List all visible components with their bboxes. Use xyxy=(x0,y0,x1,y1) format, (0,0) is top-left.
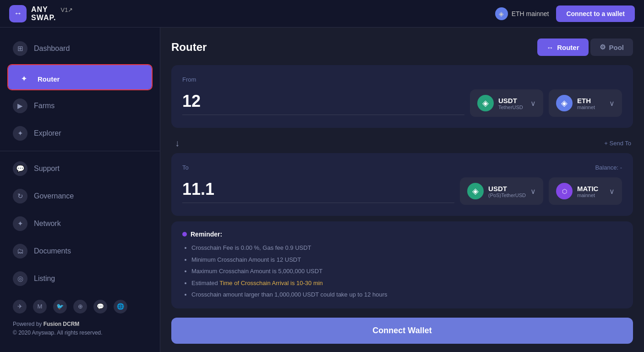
reminder-list: Crosschain Fee is 0.00 %, Gas fee 0.9 US… xyxy=(182,243,622,299)
reminder-card: Reminder: Crosschain Fee is 0.00 %, Gas … xyxy=(171,221,633,308)
farms-icon: ▶ xyxy=(13,99,27,113)
social-icons: ✈ M 🐦 ⊕ 💬 🌐 xyxy=(13,300,147,314)
tab-pool-label: Pool xyxy=(609,44,624,51)
network-label: ETH mainnet xyxy=(512,10,549,17)
to-row: ◈ USDT (PoS)TetherUSD ∨ ⬡ MATIC mainnet … xyxy=(182,177,622,205)
sidebar-item-governance[interactable]: ↻ Governance xyxy=(0,182,160,210)
support-icon: 💬 xyxy=(13,161,27,176)
sidebar-item-explorer[interactable]: ✦ Explorer xyxy=(0,120,160,147)
reminder-item-1: Minimum Crosschain Amount is 12 USDT xyxy=(191,255,622,264)
dashboard-icon: ⊞ xyxy=(13,41,27,56)
logo: ↔ ANY SWAP. V1↗ xyxy=(9,5,73,22)
from-amount-input[interactable] xyxy=(182,92,464,115)
medium-icon[interactable]: M xyxy=(33,300,47,314)
main-layout: ⊞ Dashboard ✦ Router ◎ Bridge ▶ Farms ✦ … xyxy=(0,28,644,352)
explorer-icon: ✦ xyxy=(13,126,27,141)
connect-wallet-button[interactable]: Connect Wallet xyxy=(171,318,633,344)
sidebar-support-label: Support xyxy=(34,165,60,173)
reminder-item-4: Crosschain amount larger than 1,000,000 … xyxy=(191,290,622,299)
sidebar-dashboard-label: Dashboard xyxy=(34,44,70,53)
router-bridge-group: ✦ Router ◎ Bridge xyxy=(7,64,153,90)
from-row: ◈ USDT TetherUSD ∨ ◈ ETH mainnet ∨ xyxy=(182,89,622,117)
sidebar-item-listing[interactable]: ◎ Listing xyxy=(0,265,160,292)
sidebar-item-router[interactable]: ✦ Router xyxy=(8,65,152,90)
to-network-name: MATIC xyxy=(577,185,605,192)
from-card: From ◈ USDT TetherUSD ∨ ◈ ETH mainnet xyxy=(171,65,633,128)
sidebar-item-documents[interactable]: 🗂 Documents xyxy=(0,237,160,265)
reminder-item-2: Maximum Crosschain Amount is 5,000,000 U… xyxy=(191,267,622,276)
balance-label: Balance: - xyxy=(595,164,622,171)
swap-arrow-row: ↓ + Send To xyxy=(171,133,633,153)
to-amount-input[interactable] xyxy=(182,180,454,203)
tab-pool-icon: ⚙ xyxy=(600,43,606,51)
network-selector[interactable]: ◈ ETH mainnet xyxy=(495,7,549,20)
tab-buttons: ↔ Router ⚙ Pool xyxy=(537,38,633,56)
reminder-item-0: Crosschain Fee is 0.00 %, Gas fee 0.9 US… xyxy=(191,243,622,253)
sidebar-farms-label: Farms xyxy=(34,102,55,110)
governance-icon: ↻ xyxy=(13,189,27,204)
to-network-chevron: ∨ xyxy=(609,187,615,196)
from-network-selector[interactable]: ◈ ETH mainnet ∨ xyxy=(549,89,622,117)
from-label: From xyxy=(182,76,622,83)
logo-icon: ↔ xyxy=(9,5,27,22)
to-label: To xyxy=(182,164,189,171)
to-token-info: USDT (PoS)TetherUSD xyxy=(488,185,526,198)
github-icon[interactable]: ⊕ xyxy=(73,300,87,314)
reminder-title: Reminder: xyxy=(191,231,222,238)
eth-from-icon: ◈ xyxy=(556,95,573,111)
sidebar-governance-label: Governance xyxy=(34,192,74,200)
to-token-chevron: ∨ xyxy=(530,187,536,196)
from-token-selector[interactable]: ◈ USDT TetherUSD ∨ xyxy=(470,89,543,117)
web-icon[interactable]: 🌐 xyxy=(114,300,127,314)
usdt-to-icon: ◈ xyxy=(467,183,484,199)
from-network-chevron: ∨ xyxy=(609,99,615,108)
sidebar-item-support[interactable]: 💬 Support xyxy=(0,155,160,182)
logo-name: ANY SWAP. xyxy=(31,6,56,22)
from-network-info: ETH mainnet xyxy=(577,97,605,110)
from-token-name: USDT xyxy=(498,97,526,104)
to-token-selector[interactable]: ◈ USDT (PoS)TetherUSD ∨ xyxy=(460,177,543,205)
to-token-name: USDT xyxy=(488,185,526,192)
to-token-subname: (PoS)TetherUSD xyxy=(488,192,526,198)
to-network-selector[interactable]: ⬡ MATIC mainnet ∨ xyxy=(549,177,622,205)
tab-pool[interactable]: ⚙ Pool xyxy=(590,38,633,56)
to-header: To Balance: - xyxy=(182,164,622,171)
reminder-header: Reminder: xyxy=(182,231,622,238)
from-network-subname: mainnet xyxy=(577,104,605,110)
content-header: Router ↔ Router ⚙ Pool xyxy=(171,38,633,56)
sidebar-item-dashboard[interactable]: ⊞ Dashboard xyxy=(0,35,160,62)
reminder-dot-icon xyxy=(182,232,187,236)
from-token-info: USDT TetherUSD xyxy=(498,97,526,110)
powered-by: Powered by Fusion DCRM © 2020 Anyswap. A… xyxy=(13,320,147,337)
sidebar-explorer-label: Explorer xyxy=(34,129,61,138)
sidebar-bottom: ✈ M 🐦 ⊕ 💬 🌐 Powered by Fusion DCRM © 202… xyxy=(0,292,160,345)
router-icon: ✦ xyxy=(16,72,31,86)
tab-router[interactable]: ↔ Router xyxy=(537,38,588,56)
telegram-icon[interactable]: ✈ xyxy=(13,300,27,314)
connect-wallet-header-button[interactable]: Connect to a wallet xyxy=(556,6,635,22)
header-right: ◈ ETH mainnet Connect to a wallet xyxy=(495,6,635,22)
send-to-button[interactable]: + Send To xyxy=(604,140,631,147)
tab-router-icon: ↔ xyxy=(546,44,553,51)
sidebar-network-label: Network xyxy=(34,220,61,228)
from-token-subname: TetherUSD xyxy=(498,104,526,110)
usdt-from-icon: ◈ xyxy=(477,95,494,111)
swap-arrow-icon[interactable]: ↓ xyxy=(175,138,180,148)
to-network-subname: mainnet xyxy=(577,192,605,198)
sidebar-router-label: Router xyxy=(38,75,60,83)
twitter-icon[interactable]: 🐦 xyxy=(53,300,67,314)
matic-icon: ⬡ xyxy=(556,183,573,199)
sidebar: ⊞ Dashboard ✦ Router ◎ Bridge ▶ Farms ✦ … xyxy=(0,28,160,352)
network-icon: ✦ xyxy=(13,216,27,231)
logo-text: ANY SWAP. xyxy=(31,6,56,22)
to-network-info: MATIC mainnet xyxy=(577,185,605,198)
sidebar-item-farms[interactable]: ▶ Farms xyxy=(0,92,160,120)
discord-icon[interactable]: 💬 xyxy=(93,300,107,314)
header: ↔ ANY SWAP. V1↗ ◈ ETH mainnet Connect to… xyxy=(0,0,644,28)
from-token-chevron: ∨ xyxy=(530,99,536,108)
eth-icon: ◈ xyxy=(495,7,508,20)
sidebar-listing-label: Listing xyxy=(34,275,55,283)
listing-icon: ◎ xyxy=(13,271,27,286)
tab-router-label: Router xyxy=(557,44,579,51)
sidebar-item-network[interactable]: ✦ Network xyxy=(0,210,160,237)
